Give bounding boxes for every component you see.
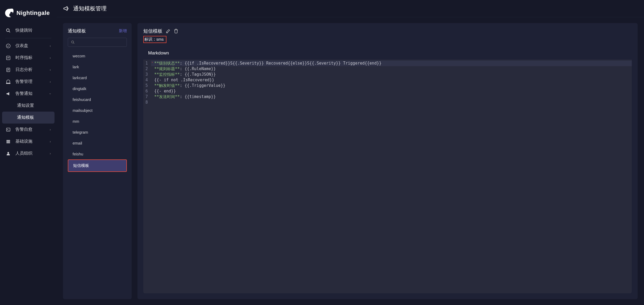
svg-line-17 <box>73 43 74 44</box>
nav-notify-settings[interactable]: 通知设置 <box>2 100 55 112</box>
detail-title: 短信模板 <box>143 28 162 34</box>
nightingale-logo-icon <box>4 8 14 18</box>
svg-point-3 <box>8 45 9 46</box>
template-list-panel: 通知模板 新增 wecom lark larkcard dingtalk fei… <box>63 23 132 299</box>
terminal-icon <box>6 127 11 132</box>
chevron-right-icon: › <box>50 56 51 60</box>
template-item-telegram[interactable]: telegram <box>68 127 127 138</box>
alert-icon <box>6 79 11 84</box>
megaphone-outline-icon <box>63 6 69 11</box>
svg-point-15 <box>7 152 9 154</box>
users-icon <box>6 151 11 156</box>
svg-rect-9 <box>6 83 10 83</box>
editor-panel: Markdown 12345678 ˅**级别状态**: {{if .IsRec… <box>143 47 632 293</box>
chevron-right-icon: › <box>50 44 51 48</box>
template-list: wecom lark larkcard dingtalk feishucard … <box>68 50 127 172</box>
detail-title-row: 短信模板 <box>143 28 632 34</box>
detail-id-highlight: 标识：sms <box>143 36 166 43</box>
line-gutter: 12345678 <box>143 60 151 293</box>
template-item-feishu[interactable]: feishu <box>68 149 127 159</box>
chevron-right-icon: › <box>50 80 51 84</box>
nav-divider <box>5 38 51 38</box>
template-item-wecom[interactable]: wecom <box>68 50 127 61</box>
sidebar: Nightingale 快捷跳转 仪表盘 › 时序指标 › <box>0 0 57 305</box>
template-item-sms[interactable]: 短信模板 <box>68 159 127 172</box>
detail-header: 短信模板 标识：sms <box>137 23 638 47</box>
panel-header: 通知模板 新增 <box>68 28 127 34</box>
template-item-dingtalk[interactable]: dingtalk <box>68 83 127 94</box>
nav-label: 基础设施 <box>15 139 32 144</box>
chevron-right-icon: › <box>50 140 51 143</box>
nav-quick-jump[interactable]: 快捷跳转 <box>2 24 55 36</box>
svg-point-16 <box>72 41 74 43</box>
infra-icon <box>6 139 11 144</box>
nav-dashboard[interactable]: 仪表盘 › <box>2 40 55 52</box>
panel-title: 通知模板 <box>68 28 86 34</box>
brand-name: Nightingale <box>16 10 50 16</box>
content-area: 通知模板 新增 wecom lark larkcard dingtalk fei… <box>57 17 644 305</box>
chevron-right-icon: › <box>50 152 51 155</box>
log-icon <box>6 67 11 72</box>
nav-label: 告警管理 <box>15 79 32 84</box>
search-icon <box>71 40 75 44</box>
nav-self-heal[interactable]: 告警自愈 › <box>2 124 55 135</box>
nav-list: 快捷跳转 仪表盘 › 时序指标 › 日志分析 › <box>0 24 57 159</box>
nav-label: 快捷跳转 <box>15 28 32 33</box>
svg-rect-14 <box>6 142 10 143</box>
nav-label: 人员组织 <box>15 151 32 156</box>
svg-rect-13 <box>6 141 10 142</box>
nav-label: 时序指标 <box>15 55 32 61</box>
nav-log[interactable]: 日志分析 › <box>2 64 55 76</box>
template-item-larkcard[interactable]: larkcard <box>68 72 127 83</box>
code-editor[interactable]: 12345678 ˅**级别状态**: {{if .IsRecovered}}S… <box>143 60 632 293</box>
nav-label: 通知模板 <box>17 115 34 120</box>
template-item-mm[interactable]: mm <box>68 116 127 127</box>
nav-label: 通知设置 <box>17 103 34 108</box>
nav-alert-notify[interactable]: 告警通知 › <box>2 88 55 100</box>
nav-infra[interactable]: 基础设施 › <box>2 135 55 147</box>
nav-metrics[interactable]: 时序指标 › <box>2 52 55 64</box>
nav-label: 告警通知 <box>15 91 32 96</box>
megaphone-icon <box>6 91 11 96</box>
chevron-right-icon: › <box>50 128 51 132</box>
editor-title: Markdown <box>143 47 632 60</box>
svg-rect-10 <box>6 128 10 131</box>
nav-label: 日志分析 <box>15 67 32 73</box>
gauge-icon <box>6 44 11 48</box>
detail-id-label: 标识： <box>144 37 156 41</box>
main-content: 通知模板管理 通知模板 新增 wecom lark larkcard dingt… <box>57 0 644 305</box>
nav-notify-templates[interactable]: 通知模板 <box>2 112 55 124</box>
template-item-lark[interactable]: lark <box>68 61 127 72</box>
nav-users[interactable]: 人员组织 › <box>2 147 55 159</box>
nav-label: 告警自愈 <box>15 127 32 132</box>
metrics-icon <box>6 56 11 60</box>
svg-point-0 <box>6 29 9 32</box>
nav-alert-mgmt[interactable]: 告警管理 › <box>2 76 55 88</box>
template-search-input[interactable] <box>68 38 127 47</box>
page-header: 通知模板管理 <box>57 0 644 17</box>
add-template-button[interactable]: 新增 <box>119 28 127 33</box>
page-title: 通知模板管理 <box>73 5 107 12</box>
template-item-mailsubject[interactable]: mailsubject <box>68 105 127 116</box>
template-detail-panel: 短信模板 标识：sms Markdown 12345678 <box>137 23 638 299</box>
svg-rect-12 <box>6 140 10 141</box>
chevron-right-icon: › <box>50 68 51 72</box>
chevron-down-icon: › <box>48 93 52 94</box>
template-item-feishucard[interactable]: feishucard <box>68 94 127 105</box>
detail-id-value: sms <box>156 37 164 41</box>
nav-label: 仪表盘 <box>15 43 28 49</box>
template-item-email[interactable]: email <box>68 138 127 149</box>
search-icon <box>6 28 11 33</box>
code-area[interactable]: ˅**级别状态**: {{if .IsRecovered}}S{{.Severi… <box>151 60 632 293</box>
search-box <box>68 38 127 47</box>
brand-logo[interactable]: Nightingale <box>0 5 57 24</box>
svg-line-1 <box>9 31 10 32</box>
delete-button[interactable] <box>174 29 178 33</box>
edit-button[interactable] <box>166 29 170 33</box>
